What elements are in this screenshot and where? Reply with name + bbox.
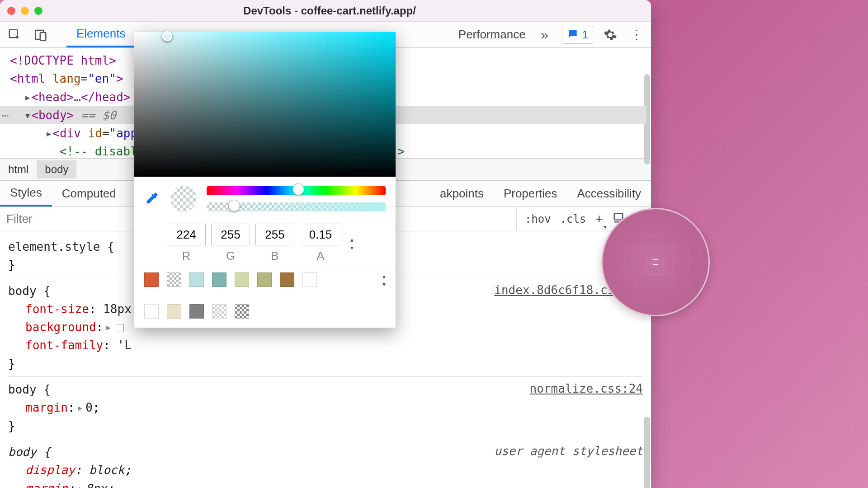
magnifier-crosshair (653, 259, 658, 265)
issues-icon (567, 28, 579, 42)
zoom-window-button[interactable] (34, 7, 42, 15)
subtab-accessibility[interactable]: Accessibility (567, 181, 651, 206)
palette-toggle[interactable]: ▴▾ (382, 272, 386, 288)
color-palette: ▴▾ (134, 266, 396, 328)
r-input[interactable] (167, 224, 206, 245)
palette-swatch[interactable] (144, 304, 159, 319)
rgba-inputs: R G B A ▴▾ (134, 221, 396, 266)
subtab-styles[interactable]: Styles (0, 181, 52, 206)
inspect-element-icon[interactable] (5, 26, 24, 44)
color-picker-popover: R G B A ▴▾ ▴▾ (134, 32, 396, 328)
tab-performance[interactable]: Performance (448, 22, 536, 47)
hue-handle[interactable] (292, 183, 304, 195)
issues-badge[interactable]: 1 (562, 26, 593, 44)
alpha-slider[interactable] (207, 202, 386, 211)
titlebar: DevTools - coffee-cart.netlify.app/ (0, 0, 651, 22)
b-input[interactable] (255, 224, 294, 245)
window-title: DevTools - coffee-cart.netlify.app/ (42, 5, 617, 17)
subtab-properties[interactable]: Properties (494, 181, 567, 206)
styles-scrollbar[interactable] (644, 417, 650, 488)
palette-swatch[interactable] (167, 272, 181, 287)
a-input[interactable] (300, 224, 341, 245)
palette-swatch[interactable] (189, 304, 204, 319)
tab-elements[interactable]: Elements (66, 22, 135, 47)
palette-swatch[interactable] (257, 272, 272, 287)
color-mode-toggle[interactable]: ▴▾ (350, 236, 354, 251)
saturation-handle[interactable] (162, 31, 172, 41)
svg-rect-2 (40, 33, 46, 41)
hue-slider[interactable] (207, 186, 386, 195)
palette-swatch[interactable] (280, 272, 294, 287)
palette-swatch[interactable] (302, 272, 317, 287)
alpha-handle[interactable] (228, 200, 240, 211)
eyedropper-magnifier[interactable] (601, 208, 710, 316)
palette-swatch[interactable] (167, 304, 181, 319)
palette-swatch[interactable] (189, 272, 204, 287)
eyedropper-icon[interactable] (144, 191, 160, 207)
color-swatch-icon[interactable] (116, 324, 124, 332)
subtab-computed[interactable]: Computed (52, 181, 126, 206)
g-input[interactable] (211, 224, 250, 245)
svg-rect-3 (614, 213, 623, 220)
minimize-window-button[interactable] (21, 7, 29, 15)
more-tabs-icon[interactable]: » (536, 26, 554, 44)
traffic-lights (7, 7, 42, 15)
color-preview-swatch (170, 186, 197, 212)
ua-source: user agent stylesheet (494, 442, 643, 460)
source-link[interactable]: normalize.css:24 (530, 380, 643, 398)
settings-icon[interactable] (601, 26, 619, 44)
saturation-field[interactable] (134, 32, 396, 177)
crumb-html[interactable]: html (0, 160, 37, 178)
rule-body-ua[interactable]: user agent stylesheet body { display: bl… (8, 439, 643, 488)
palette-swatch[interactable] (212, 304, 226, 319)
subtab-breakpoints-partial[interactable]: akpoints (430, 181, 494, 206)
kebab-menu-icon[interactable]: ⋮ (627, 26, 646, 44)
palette-swatch[interactable] (235, 304, 249, 319)
new-rule-button[interactable]: + (595, 211, 603, 227)
rule-body-2[interactable]: normalize.css:24 body { margin:▸0; } (8, 377, 643, 439)
palette-swatch[interactable] (212, 272, 226, 287)
palette-swatch[interactable] (235, 272, 249, 287)
device-toggle-icon[interactable] (32, 26, 50, 44)
hov-toggle[interactable]: :hov (525, 213, 551, 225)
issues-count: 1 (582, 28, 588, 41)
palette-swatch[interactable] (144, 272, 159, 287)
crumb-body[interactable]: body (37, 160, 76, 178)
cls-toggle[interactable]: .cls (560, 213, 586, 225)
devtools-window: DevTools - coffee-cart.netlify.app/ Elem… (0, 0, 651, 488)
close-window-button[interactable] (7, 7, 15, 15)
